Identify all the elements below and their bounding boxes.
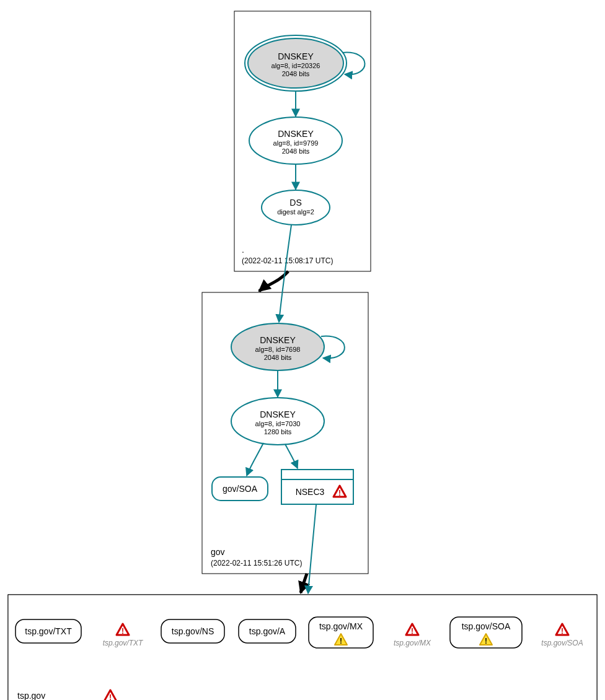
edge-ds-to-gov-ksk: [279, 225, 291, 322]
svg-text:2048 bits: 2048 bits: [282, 147, 310, 155]
edge-gov-to-tsp-deleg: [301, 574, 307, 593]
edge-gov-zsk-to-nsec3: [285, 444, 298, 468]
node-root-ksk[interactable]: DNSKEY alg=8, id=20326 2048 bits: [245, 35, 347, 91]
node-gov-zsk[interactable]: DNSKEY alg=8, id=7030 1280 bits: [231, 398, 324, 445]
svg-text:DS: DS: [289, 198, 301, 208]
zone-root-time: (2022-02-11 15:08:17 UTC): [242, 256, 333, 265]
zone-root-label: .: [242, 245, 244, 255]
node-root-zsk[interactable]: DNSKEY alg=8, id=9799 2048 bits: [249, 117, 342, 164]
node-gov-ksk[interactable]: DNSKEY alg=8, id=7698 2048 bits: [231, 323, 324, 370]
edge-nsec3-to-tsp: [308, 505, 316, 593]
svg-text:DNSKEY: DNSKEY: [278, 129, 314, 139]
node-tsp-txt[interactable]: tsp.gov/TXT: [15, 619, 81, 643]
zone-gov-time: (2022-02-11 15:51:26 UTC): [211, 559, 302, 567]
node-root-ds[interactable]: DS digest alg=2: [262, 190, 330, 225]
svg-text:1280 bits: 1280 bits: [264, 428, 292, 435]
svg-text:digest alg=2: digest alg=2: [277, 208, 314, 216]
svg-text:tsp.gov/TXT: tsp.gov/TXT: [103, 639, 144, 647]
svg-text:NSEC3: NSEC3: [296, 487, 325, 497]
svg-text:tsp.gov/SOA: tsp.gov/SOA: [462, 621, 511, 631]
svg-rect-26: [281, 470, 353, 479]
node-gov-nsec3[interactable]: NSEC3: [281, 470, 353, 504]
edge-gov-zsk-to-soa: [247, 443, 263, 476]
zone-tsp-label-real: tsp.gov: [17, 691, 45, 700]
svg-text:DNSKEY: DNSKEY: [260, 409, 296, 419]
svg-text:tsp.gov/A: tsp.gov/A: [249, 626, 286, 636]
svg-text:2048 bits: 2048 bits: [282, 70, 310, 77]
zone-gov: gov (2022-02-11 15:51:26 UTC) DNSKEY alg…: [202, 225, 368, 574]
zone-root: . (2022-02-11 15:08:17 UTC) DNSKEY alg=8…: [234, 11, 371, 271]
node-tsp-mx[interactable]: tsp.gov/MX: [309, 617, 373, 648]
node-tsp-soa[interactable]: tsp.gov/SOA: [450, 617, 522, 648]
zone-gov-label: gov: [211, 547, 225, 557]
svg-point-12: [262, 190, 330, 225]
node-tsp-ns[interactable]: tsp.gov/NS: [161, 619, 224, 643]
svg-text:DNSKEY: DNSKEY: [278, 51, 314, 61]
node-gov-soa[interactable]: gov/SOA: [212, 477, 268, 501]
svg-text:tsp.gov/TXT: tsp.gov/TXT: [25, 626, 72, 636]
edge-root-ksk-self: [342, 53, 365, 75]
svg-text:2048 bits: 2048 bits: [264, 354, 292, 361]
svg-text:DNSKEY: DNSKEY: [260, 335, 296, 345]
svg-text:alg=8, id=7698: alg=8, id=7698: [255, 346, 301, 353]
svg-text:tsp.gov/MX: tsp.gov/MX: [319, 621, 363, 631]
svg-text:tsp.gov/MX: tsp.gov/MX: [394, 639, 431, 647]
svg-text:alg=8, id=20326: alg=8, id=20326: [272, 62, 320, 69]
svg-text:alg=8, id=7030: alg=8, id=7030: [255, 420, 301, 427]
node-tsp-a[interactable]: tsp.gov/A: [239, 619, 296, 643]
svg-text:tsp.gov/SOA: tsp.gov/SOA: [541, 639, 583, 647]
svg-text:alg=8, id=9799: alg=8, id=9799: [273, 139, 319, 147]
svg-text:tsp.gov/NS: tsp.gov/NS: [172, 626, 214, 636]
svg-text:gov/SOA: gov/SOA: [223, 484, 258, 494]
